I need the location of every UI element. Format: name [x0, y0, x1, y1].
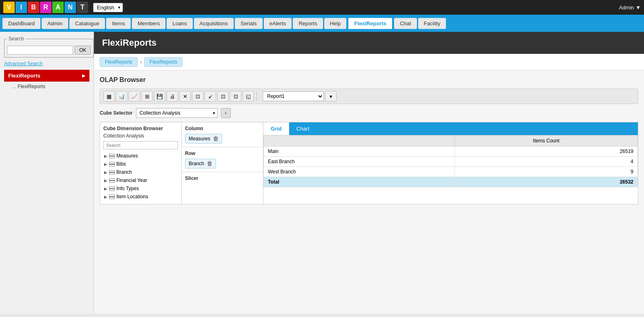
nav-btn-help[interactable]: Help — [324, 18, 347, 29]
branch-tag-delete[interactable]: 🗑 — [207, 160, 212, 167]
logo-letter-b: B — [28, 2, 39, 13]
nav-btn-facility[interactable]: Facility — [418, 18, 446, 29]
table-row: Main 26519 — [264, 146, 638, 157]
branch-tag-label: Branch — [189, 161, 204, 166]
table-total-row: Total 26532 — [264, 177, 638, 187]
nav-btn-members[interactable]: Members — [132, 18, 165, 29]
content-area: FlexiReports FlexiReports › FlexiReports… — [94, 32, 644, 314]
tb-bar-chart-btn[interactable]: ▦ — [103, 91, 115, 102]
measures-tag-delete[interactable]: 🗑 — [213, 135, 218, 142]
dim-item-branch[interactable]: ▶ Branch — [103, 168, 178, 176]
dim-item-measures[interactable]: ▶ Measures — [103, 152, 178, 160]
language-selector-wrapper[interactable]: English — [93, 3, 123, 12]
dim-item-bibs[interactable]: ▶ Bibs — [103, 160, 178, 168]
tb-expand-btn[interactable]: ⊡ — [217, 91, 229, 102]
row-value: 4 — [455, 157, 637, 167]
logo-letter-i: I — [16, 2, 27, 13]
nav-btn-chat[interactable]: Chat — [394, 18, 417, 29]
total-label: Total — [264, 177, 455, 187]
dim-arrow: ▶ — [104, 162, 107, 166]
slicer-zone-title: Slicer — [185, 175, 260, 181]
top-bar: VIBRANT English Admin ▼ — [0, 0, 644, 15]
search-legend: Search — [7, 36, 26, 42]
zone-panel: Column Measures 🗑 Row Branch 🗑 — [182, 122, 263, 204]
cube-select[interactable]: Collection Analysis — [136, 108, 218, 118]
language-select[interactable]: English — [93, 3, 123, 12]
tb-drilldown-btn[interactable]: ↙ — [205, 91, 216, 102]
nav-btn-loans[interactable]: Loans — [167, 18, 192, 29]
grid-tab-chart[interactable]: Chart — [289, 122, 317, 135]
tb-col-chart-btn[interactable]: 📊 — [116, 91, 127, 102]
tb-close-btn[interactable]: ✕ — [179, 91, 191, 102]
dim-table-icon — [109, 170, 115, 175]
dim-label: Branch — [116, 169, 132, 175]
olap-title: OLAP Browser — [100, 76, 638, 84]
nav-btn-items[interactable]: Items — [106, 18, 131, 29]
ok-button[interactable]: OK — [75, 46, 91, 55]
report-select[interactable]: Report1 — [263, 91, 324, 101]
tb-filter-btn[interactable]: ⊡ — [192, 91, 203, 102]
dim-table-icon — [109, 162, 115, 166]
grid-panel: GridChart Items Count Main 26519 East Br… — [263, 122, 638, 204]
logo: VIBRANT — [3, 2, 88, 13]
tb-layout-btn[interactable]: ◱ — [243, 91, 254, 102]
breadcrumb-item-1[interactable]: FlexiReports — [100, 57, 138, 67]
nav-btn-ealerts[interactable]: eAlerts — [264, 18, 292, 29]
breadcrumb-item-2[interactable]: FlexiReports — [144, 57, 182, 67]
nav-btn-flexireports[interactable]: FlexiReports — [348, 17, 393, 30]
olap-body: Cube Dimension Browser Collection Analys… — [100, 122, 638, 204]
nav-btn-acquisitions[interactable]: Acquisitions — [194, 18, 234, 29]
dim-item-info-types[interactable]: ▶ Info Types — [103, 184, 178, 193]
toolbar-sep — [256, 92, 257, 101]
report-select-wrapper: Report1 ▾ — [263, 91, 336, 102]
sidebar-item-flexireports[interactable]: FlexiReports — [4, 70, 89, 82]
dim-arrow: ▶ — [104, 154, 107, 158]
olap-panel: OLAP Browser ▦ 📊 📈 ⊞ 💾 🖨 ✕ ⊡ ↙ ⊡ ⊡ ◱ Rep… — [94, 71, 644, 210]
cube-select-wrapper[interactable]: Collection Analysis — [136, 108, 218, 118]
nav-btn-serials[interactable]: Serials — [235, 18, 263, 29]
logo-letter-a: A — [52, 2, 64, 13]
row-zone: Row Branch 🗑 — [182, 147, 263, 172]
tb-line-chart-btn[interactable]: 📈 — [129, 91, 140, 102]
admin-menu[interactable]: Admin ▼ — [619, 4, 641, 11]
dim-arrow: ▶ — [104, 178, 107, 183]
table-header-empty — [264, 135, 455, 146]
slicer-zone: Slicer — [182, 172, 263, 204]
dim-arrow: ▶ — [104, 195, 107, 199]
main-layout: Search OK Advanced Search FlexiReports F… — [0, 32, 644, 314]
dim-item-item-locations[interactable]: ▶ Item Locations — [103, 193, 178, 201]
tb-settings-btn[interactable]: ⊡ — [230, 91, 241, 102]
grid-tabs: GridChart — [263, 122, 638, 135]
dim-arrow: ▶ — [104, 186, 107, 191]
row-value: 9 — [455, 167, 637, 177]
dim-search-input[interactable] — [103, 141, 178, 149]
search-fieldset: Search OK — [4, 36, 94, 58]
nav-bar: DashBoardAdminCatalogueItemsMembersLoans… — [0, 15, 644, 32]
nav-btn-dashboard[interactable]: DashBoard — [2, 18, 40, 29]
data-table: Items Count Main 26519 East Branch 4 Wes… — [263, 135, 638, 187]
row-zone-title: Row — [185, 151, 260, 156]
breadcrumb: FlexiReports › FlexiReports — [94, 54, 644, 71]
dim-item-financial-year[interactable]: ▶ Financial Year — [103, 176, 178, 184]
prev-arrow-btn[interactable]: ‹ — [221, 108, 231, 118]
nav-btn-admin[interactable]: Admin — [42, 18, 68, 29]
dim-label: Measures — [116, 153, 138, 159]
tb-export-btn[interactable]: 💾 — [154, 91, 165, 102]
total-value: 26532 — [455, 177, 637, 187]
dim-table-icon — [109, 178, 115, 183]
logo-letter-t: T — [77, 2, 88, 13]
nav-btn-catalogue[interactable]: Catalogue — [69, 18, 105, 29]
dim-label: Bibs — [116, 161, 126, 167]
measures-tag-label: Measures — [189, 136, 210, 142]
sidebar-sub-flexireports[interactable]: FlexiReports — [4, 82, 89, 91]
logo-letter-n: N — [65, 2, 76, 13]
grid-tab-grid[interactable]: Grid — [263, 122, 289, 135]
search-input[interactable] — [7, 46, 73, 55]
nav-btn-reports[interactable]: Reports — [293, 18, 323, 29]
dim-browser-title: Cube Dimension Browser — [103, 126, 178, 131]
tb-print-btn[interactable]: 🖨 — [167, 91, 178, 102]
tb-pivot-btn[interactable]: ⊞ — [141, 91, 153, 102]
advanced-search-link[interactable]: Advanced Search — [4, 61, 89, 67]
report-select-btn[interactable]: ▾ — [325, 91, 336, 102]
dim-table-icon — [109, 195, 115, 199]
